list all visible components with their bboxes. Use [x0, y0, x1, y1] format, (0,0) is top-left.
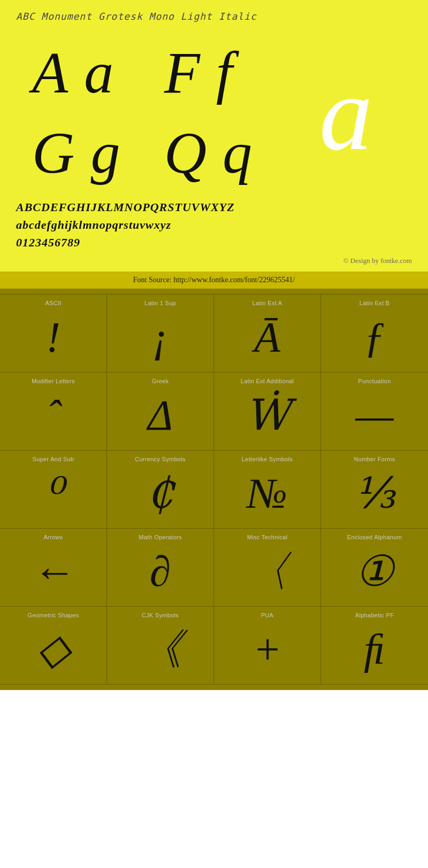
glyph-cell: Letterlike Symbols№: [214, 451, 321, 529]
glyph-cell: Geometric Shapes◇: [0, 607, 107, 685]
glyph-cell: Misc Technical〈: [214, 529, 321, 607]
font-source[interactable]: Font Source: http://www.fontke.com/font/…: [0, 272, 428, 289]
glyph-cell: Enclosed Alphanum①: [321, 529, 428, 607]
glyph-cell: Super And Sub⁰: [0, 451, 107, 529]
glyph-char: ﬁ: [364, 623, 385, 676]
glyph-label: Number Forms: [354, 456, 395, 462]
glyph-char: ①: [355, 545, 394, 598]
alphabet-lower: abcdefghijklmnopqrstuvwxyz: [16, 216, 412, 234]
glyph-char: +: [253, 623, 282, 676]
glyph-char: 〈: [246, 545, 289, 598]
glyph-label: Latin Ext B: [360, 300, 390, 306]
glyph-cell: ASCII!: [0, 294, 107, 373]
glyph-grid: ASCII!Latin 1 Sup¡Latin Ext AĀLatin Ext …: [0, 294, 428, 685]
glyph-label: Currency Symbols: [135, 456, 186, 462]
glyph-label: Latin 1 Sup: [144, 300, 176, 306]
glyph-label: Super And Sub: [33, 456, 74, 462]
glyph-cell: Number Forms⅓: [321, 451, 428, 529]
glyph-char: №: [247, 467, 287, 520]
glyph-char: ⁰: [44, 467, 62, 520]
glyph-cell: PUA+: [214, 607, 321, 685]
letter-pair-qq: Q q: [148, 113, 280, 193]
glyph-cell: Currency Symbols₵: [107, 451, 214, 529]
glyph-label: Misc Technical: [247, 534, 288, 540]
glyph-cell: Latin Ext Bƒ: [321, 294, 428, 373]
glyph-cell: GreekΔ: [107, 373, 214, 451]
glyph-cell: Arrows←: [0, 529, 107, 607]
glyph-label: Latin Ext Additional: [241, 378, 294, 384]
glyph-cell: CJK Symbols《: [107, 607, 214, 685]
glyph-char: ◇: [37, 623, 70, 676]
glyph-char: ∂: [150, 545, 171, 598]
glyph-label: ASCII: [45, 300, 61, 306]
glyph-label: Latin Ext A: [253, 300, 282, 306]
glyph-cell: Math Operators∂: [107, 529, 214, 607]
glyph-char: ¡: [152, 311, 169, 364]
glyph-cell: Alphabetic PFﬁ: [321, 607, 428, 685]
glyph-label: CJK Symbols: [142, 612, 179, 618]
font-title: ABC Monument Grotesk Mono Light Italic: [16, 11, 412, 22]
glyph-char: ₵: [147, 467, 174, 520]
glyph-char: ←: [32, 545, 75, 598]
glyph-char: —: [355, 389, 393, 442]
glyph-label: Punctuation: [358, 378, 391, 384]
glyph-char: Δ: [148, 389, 173, 442]
glyph-label: Math Operators: [139, 534, 182, 540]
glyph-char: ƒ: [364, 311, 385, 364]
glyph-char: Ẇ: [245, 389, 289, 442]
glyph-char: ˆ: [46, 389, 60, 442]
glyph-cell: Latin 1 Sup¡: [107, 294, 214, 373]
glyphs-section: ASCII!Latin 1 Sup¡Latin Ext AĀLatin Ext …: [0, 289, 428, 690]
glyph-cell: Latin Ext AdditionalẆ: [214, 373, 321, 451]
glyph-label: Greek: [152, 378, 169, 384]
letter-pair-aa: A a: [16, 33, 148, 113]
glyph-char: ⅓: [354, 467, 395, 520]
glyph-char: !: [46, 311, 60, 364]
glyph-char: 《: [139, 623, 182, 676]
glyph-char: Ā: [254, 311, 280, 364]
alphabet-upper: ABCDEFGHIJKLMNOPQRSTUVWXYZ: [16, 198, 412, 216]
glyph-label: Enclosed Alphanum: [347, 534, 402, 540]
glyph-label: Letterlike Symbols: [242, 456, 293, 462]
copyright: © Design by fontke.com: [16, 254, 412, 266]
glyph-label: Geometric Shapes: [28, 612, 79, 618]
alphabet-section: ABCDEFGHIJKLMNOPQRSTUVWXYZ abcdefghijklm…: [16, 193, 412, 254]
glyph-cell: Modifier Lettersˆ: [0, 373, 107, 451]
glyph-label: PUA: [261, 612, 274, 618]
glyph-label: Alphabetic PF: [355, 612, 394, 618]
big-letter-a: a: [280, 33, 412, 193]
digits: 0123456789: [16, 234, 412, 251]
glyph-label: Modifier Letters: [32, 378, 75, 384]
letter-pair-gg: G g: [16, 113, 148, 193]
glyph-cell: Punctuation—: [321, 373, 428, 451]
letter-pair-ff: F f: [148, 33, 280, 113]
glyph-cell: Latin Ext AĀ: [214, 294, 321, 373]
glyph-label: Arrows: [43, 534, 63, 540]
